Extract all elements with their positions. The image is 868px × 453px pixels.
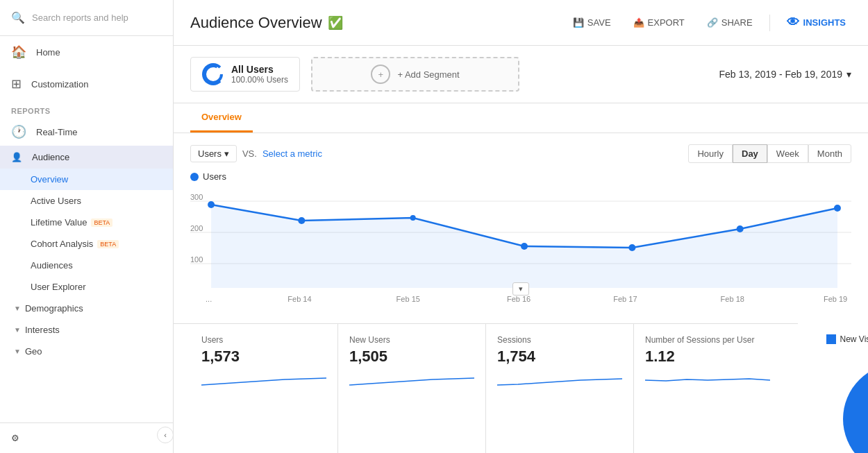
chart-dropdown-indicator[interactable]: ▾: [512, 282, 529, 296]
cohort-analysis-label: Cohort Analysis: [31, 239, 93, 249]
time-week-button[interactable]: Week: [767, 144, 808, 163]
svg-text:Feb 14: Feb 14: [287, 295, 311, 303]
sidebar-item-demographics[interactable]: ▼ Demographics: [0, 298, 173, 319]
select-metric-link[interactable]: Select a metric: [262, 148, 322, 159]
svg-text:200: 200: [190, 224, 203, 232]
stat-new-users: New Users 1,505: [338, 324, 486, 453]
tab-overview[interactable]: Overview: [190, 103, 253, 133]
page-title: Audience Overview ✅: [190, 14, 343, 32]
sidebar-item-geo[interactable]: ▼ Geo: [0, 341, 173, 362]
realtime-icon: 🕐: [11, 124, 26, 139]
svg-text:...: ...: [206, 295, 212, 303]
sidebar-item-interests[interactable]: ▼ Interests: [0, 319, 173, 341]
svg-point-11: [628, 244, 635, 251]
stat-sessions-per-user-sparkline: [645, 370, 770, 389]
share-label: SHARE: [721, 17, 753, 28]
time-day-button[interactable]: Day: [733, 144, 767, 163]
all-users-info: All Users 100.00% Users: [231, 64, 288, 85]
share-icon: 🔗: [707, 17, 718, 28]
stat-users-sparkline: [201, 370, 326, 389]
demographics-label: Demographics: [25, 303, 83, 314]
sidebar-item-customization[interactable]: ⊞ Customization: [0, 68, 173, 100]
stat-users: Users 1,573: [190, 324, 338, 453]
sidebar-item-realtime[interactable]: 🕐 Real-Time: [0, 118, 173, 146]
sidebar-item-overview[interactable]: Overview: [0, 169, 173, 190]
sidebar-item-user-explorer[interactable]: User Explorer: [0, 276, 173, 298]
export-button[interactable]: 📤 EXPORT: [628, 15, 690, 31]
new-visitor-legend-label: New Visitor: [840, 334, 868, 344]
sidebar-item-lifetime-value[interactable]: Lifetime Value BETA: [0, 212, 173, 233]
metric-dropdown[interactable]: Users ▾: [190, 145, 237, 162]
insights-icon: 👁: [787, 15, 799, 30]
stat-sessions: Sessions 1,754: [486, 324, 634, 453]
sidebar-item-audience[interactable]: 👤 Audience: [0, 146, 173, 169]
pie-chart-svg: 89% 11%: [829, 350, 868, 453]
insights-button[interactable]: 👁 INSIGHTS: [781, 12, 851, 33]
segment-bar: All Users 100.00% Users + + Add Segment …: [174, 46, 868, 103]
metric-label: Users: [198, 148, 222, 159]
save-button[interactable]: 💾 SAVE: [567, 15, 617, 31]
tab-bar: Overview: [174, 103, 868, 133]
svg-point-0: [205, 66, 222, 83]
reports-label: REPORTS: [0, 100, 173, 118]
sidebar-item-active-users[interactable]: Active Users: [0, 190, 173, 212]
sidebar-item-audiences[interactable]: Audiences: [0, 255, 173, 276]
search-bar[interactable]: 🔍 Search reports and help: [0, 0, 173, 36]
stat-new-users-sparkline: [349, 370, 474, 389]
share-button[interactable]: 🔗 SHARE: [701, 15, 758, 31]
time-month-button[interactable]: Month: [808, 144, 851, 163]
stat-sessions-per-user: Number of Sessions per User 1.12: [634, 324, 781, 453]
svg-text:Feb 15: Feb 15: [397, 295, 420, 303]
customization-icon: ⊞: [11, 76, 22, 92]
all-users-name: All Users: [231, 64, 288, 75]
active-users-label: Active Users: [31, 196, 81, 206]
date-range-selector[interactable]: Feb 13, 2019 - Feb 19, 2019 ▾: [719, 69, 851, 80]
sidebar-audience-label: Audience: [32, 152, 69, 162]
users-legend-dot: [190, 173, 199, 181]
geo-arrow-icon: ▼: [14, 348, 21, 355]
sidebar: 🔍 Search reports and help 🏠 Home ⊞ Custo…: [0, 0, 174, 453]
pie-chart-area: New Visitor Returning Visitor 89% 11%: [798, 323, 868, 453]
lifetime-value-label: Lifetime Value: [31, 217, 87, 228]
page-title-text: Audience Overview: [190, 14, 322, 32]
header-actions: 💾 SAVE 📤 EXPORT 🔗 SHARE 👁 INSIGHTS: [567, 12, 851, 33]
vs-text: VS.: [242, 148, 257, 159]
stat-new-users-label: New Users: [349, 335, 474, 345]
home-icon: 🏠: [11, 44, 26, 60]
stat-sessions-sparkline: [497, 370, 622, 389]
export-icon: 📤: [633, 17, 644, 28]
svg-text:Feb 18: Feb 18: [721, 295, 744, 303]
interests-label: Interests: [25, 325, 60, 335]
sidebar-realtime-label: Real-Time: [36, 127, 77, 137]
sidebar-item-cohort-analysis[interactable]: Cohort Analysis BETA: [0, 233, 173, 255]
save-icon: 💾: [573, 17, 584, 28]
sidebar-customization-label: Customization: [31, 79, 88, 89]
settings-button[interactable]: ⚙: [0, 422, 173, 453]
demographics-arrow-icon: ▼: [14, 305, 21, 312]
insights-label: INSIGHTS: [803, 17, 846, 28]
interests-arrow-icon: ▼: [14, 326, 21, 334]
stat-users-value: 1,573: [201, 348, 326, 366]
chart-legend: Users: [190, 171, 851, 182]
svg-text:Feb 16: Feb 16: [507, 295, 531, 303]
metric-selector: Users ▾ VS. Select a metric: [190, 145, 322, 162]
svg-point-8: [298, 217, 305, 224]
page-header: Audience Overview ✅ 💾 SAVE 📤 EXPORT 🔗 SH…: [174, 0, 868, 46]
add-segment-button[interactable]: + + Add Segment: [311, 57, 519, 92]
time-hourly-button[interactable]: Hourly: [688, 144, 733, 163]
save-label: SAVE: [587, 17, 611, 28]
svg-text:Feb 17: Feb 17: [613, 295, 637, 303]
svg-point-12: [737, 225, 744, 232]
segment-left: All Users 100.00% Users + + Add Segment: [190, 57, 519, 92]
user-explorer-label: User Explorer: [31, 282, 85, 292]
svg-point-7: [208, 201, 215, 208]
collapse-sidebar-button[interactable]: ‹: [157, 427, 174, 443]
all-users-circle: [202, 63, 224, 85]
stat-sessions-value: 1,754: [497, 348, 622, 366]
users-legend-label: Users: [203, 171, 226, 182]
line-chart: 300 200 100 ... Feb 14 Feb 15 Feb: [190, 187, 851, 312]
sidebar-item-home[interactable]: 🏠 Home: [0, 36, 173, 68]
all-users-segment[interactable]: All Users 100.00% Users: [190, 57, 300, 92]
date-range-text: Feb 13, 2019 - Feb 19, 2019: [719, 69, 842, 80]
chart-area: Users ▾ VS. Select a metric Hourly Day W…: [174, 133, 868, 323]
